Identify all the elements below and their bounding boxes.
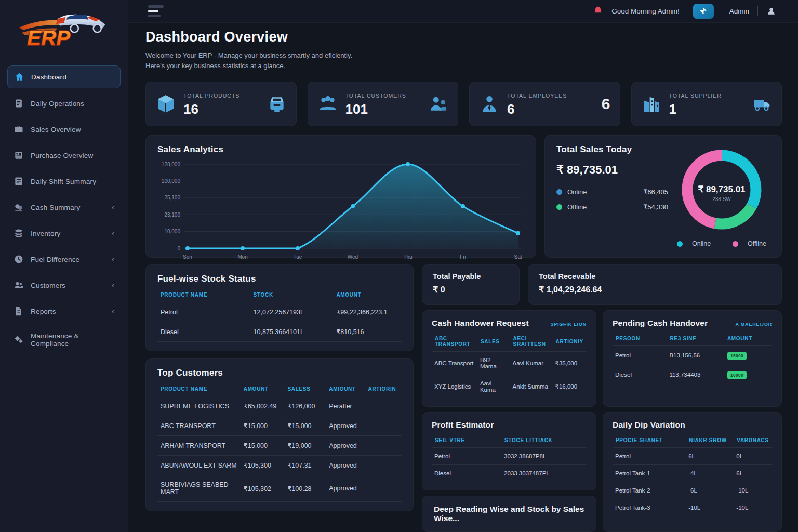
donut-legend: OnlineOffline	[677, 240, 766, 247]
cash-icon	[14, 202, 24, 212]
stat-label: TOTAL EMPLOYEES	[507, 92, 567, 99]
table-cell: Petrol Tank-2	[613, 482, 686, 499]
dashboard-content: Dashboard Overview Welcome to Your ERP -…	[128, 23, 798, 532]
table-cell: ABUNAWOUL EXT SARM	[157, 456, 241, 475]
total-receivable-amount: ₹ 1,04,29,246.64	[539, 285, 771, 295]
column-header: AMOUNT	[241, 381, 285, 396]
breakdown-value: ₹54,330	[643, 203, 668, 211]
sidebar-item-label: Sales Overview	[31, 126, 114, 134]
chevron-left-icon[interactable]: ‹	[112, 229, 114, 237]
column-header: ARTIORIN	[365, 381, 402, 396]
sidebar-item-dashboard[interactable]: Dashboard	[7, 65, 121, 88]
sidebar-item-fuel-difference[interactable]: Fuel Difference‹	[7, 248, 121, 270]
table-cell: ₹810,516	[333, 322, 402, 342]
table-cell: Diesel	[157, 322, 250, 342]
profit-estimator-panel: Profit Estimator SEIL VTRESTOCE LITTIACK…	[422, 412, 596, 490]
donut-legend-online: Online	[677, 240, 711, 247]
notification-bell-icon[interactable]	[593, 6, 603, 16]
sidebar-item-label: Cash Summary	[31, 204, 105, 211]
column-header: SEIL VTRE	[432, 433, 501, 448]
table-cell: -10L	[734, 499, 772, 516]
sidebar-item-sales-overview[interactable]: Sales Overview	[7, 118, 121, 140]
deep-reading-banner[interactable]: Deep Reading Wise and Stock by Sales Wis…	[422, 496, 596, 532]
pending-handover-link[interactable]: A MAEHLIJOR	[736, 322, 772, 327]
sidebar-item-cash-summary[interactable]: Cash Summary‹	[7, 196, 121, 218]
column-header: AMOUNT	[724, 331, 772, 346]
sales-breakdown: Online₹66,405Offline₹54,330	[556, 188, 668, 211]
column-header: NIAKR SROW	[686, 433, 734, 448]
sidebar-item-reports[interactable]: Reports‹	[7, 300, 121, 322]
top-customers-table: PRODUCT NAMEAMOUNTSALESSAMIOUNTARTIORINS…	[157, 381, 402, 502]
sales-analytics-panel: Sales Analytics 128,000100,00025,10023,1…	[145, 135, 536, 258]
stat-cards-row: TOTAL PRODUCTS16TOTAL CUSTOMERS101TOTAL …	[145, 82, 782, 126]
column-header: STOCE LITTIACK	[501, 433, 587, 448]
donut-legend-label: Online	[692, 240, 711, 247]
table-cell: ₹19,000	[284, 436, 326, 456]
total-payable-title: Total Payable	[433, 272, 509, 281]
legend-dot-icon	[677, 241, 683, 247]
column-header: SALESS	[284, 381, 326, 396]
table-cell: ₹126,000	[284, 396, 326, 416]
cash-handover-link[interactable]: SPIGFIK LION	[550, 322, 587, 327]
page-subtitle: Welcome to Your ERP - Manage your busine…	[145, 50, 782, 71]
chevron-left-icon[interactable]: ‹	[112, 281, 114, 289]
column-header: STOCK	[250, 287, 334, 302]
sidebar-item-label: Dashboard	[31, 73, 114, 81]
table-cell: ₹35,000	[553, 352, 587, 375]
total-sales-title: Total Sales Today	[556, 144, 668, 155]
home-icon	[14, 72, 24, 82]
svg-text:Tue: Tue	[294, 254, 302, 260]
pin-icon	[699, 7, 707, 15]
table-cell: XYZ Logistics	[432, 375, 477, 398]
table-cell: 6L	[734, 465, 772, 482]
erp-car-logo-icon: ERP	[16, 10, 112, 50]
table-cell: Approved	[326, 436, 365, 456]
sidebar-item-purchase-overview[interactable]: Purchase Overview	[7, 144, 121, 166]
stat-label: TOTAL SUPPLIER	[669, 92, 722, 99]
svg-text:Wed: Wed	[348, 254, 358, 260]
table-cell	[365, 396, 402, 416]
table-cell: B92 Mama	[477, 352, 510, 375]
admin-label[interactable]: Admin	[729, 7, 749, 15]
table-cell	[365, 456, 402, 475]
fuel-stock-title: Fuel-wise Stock Status	[157, 274, 402, 284]
svg-text:23,100: 23,100	[164, 212, 180, 218]
column-header: AMOUNT	[333, 287, 402, 302]
table-cell: ₹15,000	[241, 436, 285, 456]
document-icon	[14, 98, 24, 109]
sidebar-item-maintenance-compliance[interactable]: Maintenance & Compliance	[7, 326, 121, 353]
pending-handover-table: PESOONRE3 SINFAMOUNTPetrolB13,156,561500…	[613, 331, 772, 384]
svg-text:0: 0	[177, 246, 180, 251]
sales-donut-chart	[677, 145, 766, 236]
sidebar-item-inventory[interactable]: Inventory‹	[7, 222, 121, 244]
user-profile-icon[interactable]	[766, 6, 776, 16]
table-cell: 0L	[734, 448, 772, 465]
sidebar-item-label: Reports	[31, 308, 105, 315]
table-cell: Petrol	[432, 448, 501, 465]
chevron-left-icon[interactable]: ‹	[112, 307, 114, 315]
breakdown-value: ₹66,405	[643, 188, 668, 196]
sidebar-item-customers[interactable]: Customers‹	[7, 274, 121, 296]
svg-text:Sat: Sat	[514, 254, 522, 260]
sidebar-item-daily-operations[interactable]: Daily Operations	[7, 92, 121, 114]
table-cell	[365, 436, 402, 456]
chevron-left-icon[interactable]: ‹	[112, 255, 114, 263]
main-area: Good Morning Admin! Admin Dashboard Over…	[128, 0, 798, 532]
column-header: PESOON	[613, 331, 667, 346]
table-cell: ₹105,300	[241, 456, 285, 475]
table-cell: 10,875.3664101L	[250, 322, 334, 342]
table-cell: ₹16,000	[553, 375, 587, 398]
hamburger-menu-icon[interactable]	[148, 5, 164, 17]
table-row: ARHAM TRANSPORT₹15,000₹19,000Approved	[157, 436, 402, 456]
chevron-left-icon[interactable]: ‹	[112, 203, 114, 211]
table-cell: 12,072.2567193L	[250, 302, 334, 322]
sidebar-item-label: Inventory	[31, 230, 105, 237]
daily-dip-table: PPOCIE SHANETNIAKR SROWVARDNACSPetrol6L0…	[613, 433, 772, 516]
table-row: Petrol6L0L	[613, 448, 772, 465]
stat-label: TOTAL PRODUCTS	[183, 92, 240, 99]
legend-dot-icon	[556, 204, 562, 210]
sidebar-item-daily-shift-summary[interactable]: Daily Shift Summary	[7, 170, 121, 192]
total-receivable-card: Total Recevable ₹ 1,04,29,246.64	[528, 264, 782, 305]
table-cell: Ankit Summa	[510, 375, 553, 398]
pin-button[interactable]	[693, 4, 714, 19]
